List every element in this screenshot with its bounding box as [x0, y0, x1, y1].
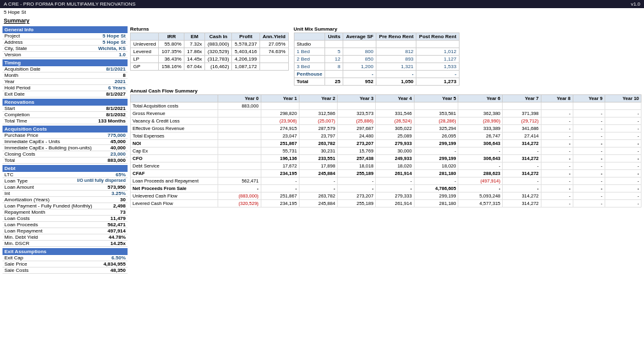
cf-row-cell: - — [573, 170, 605, 178]
cf-row-cell: 371,398 — [503, 110, 541, 118]
cf-row-cell: 288,623 — [458, 170, 503, 178]
um-2bed-units: 12 — [325, 56, 343, 63]
field-reno-completion: Completion 8/1/2032 — [3, 112, 128, 118]
cf-row-cell: - — [541, 140, 573, 148]
um-total: Total — [294, 78, 325, 86]
cf-row-cell: 362,380 — [458, 110, 503, 118]
cf-row-cell: - — [605, 192, 641, 200]
field-reno-total-time: Total Time 133 Months — [3, 118, 128, 124]
table-row: Vacancy & Credit Loss(23,906)(25,007)(25… — [131, 118, 641, 125]
cf-row-cell: (28,990) — [458, 118, 503, 125]
table-row: Unlevered 55.80% 7.32x (883,000) 5,578,2… — [131, 41, 289, 48]
cf-row-cell: 245,884 — [299, 200, 337, 208]
cf-row-cell: - — [541, 132, 573, 140]
cashflow-title: Annual Cash Flow Summary — [130, 88, 641, 94]
cf-row-cell: - — [541, 185, 573, 192]
cf-row-cell: - — [605, 200, 641, 208]
cashflow-table: Year 0 Year 1 Year 2 Year 3 Year 4 Year … — [130, 94, 641, 208]
field-loan-payment: Loan Payment - Fully Funded (Monthly) 2,… — [3, 203, 128, 209]
cf-row-cell: (23,906) — [261, 118, 299, 125]
cf-col-y9: Year 9 — [573, 95, 605, 102]
cf-row-cell: 25,089 — [376, 132, 414, 140]
returns-col-cashin: Cash In — [205, 33, 232, 41]
cf-row-cell — [218, 110, 261, 118]
field-city-state: City, State Wichita, KS — [3, 46, 128, 52]
table-row: NOI251,867263,782273,207279,933299,19930… — [131, 140, 641, 148]
field-loan-amount: Loan Amount 573,950 — [3, 184, 128, 191]
cell-unlevered-em: 7.32x — [184, 41, 205, 48]
um-total-post: 1,273 — [416, 78, 460, 86]
exit-assumptions-header: Exit Assumptions — [3, 248, 128, 255]
um-col-post: Post Reno Rent — [416, 33, 460, 41]
cf-row-cell: (883,000) — [218, 192, 261, 200]
field-repayment-month: Repayment Month 73 — [3, 209, 128, 216]
cf-row-cell: 299,199 — [414, 155, 458, 162]
table-row: Loan Proceeds and Repayment562,471-----(… — [131, 178, 641, 185]
cf-row-cell — [458, 102, 503, 110]
table-row: LP 36.43% 14.45x (312,783) 4,206,199 — [131, 56, 289, 63]
cf-col-y0: Year 0 — [218, 95, 261, 102]
returns-col-label — [131, 33, 159, 41]
cf-row-cell: 314,272 — [503, 200, 541, 208]
cf-row-cell: - — [605, 118, 641, 125]
um-1bed-pre: 812 — [376, 48, 416, 56]
cf-row-cell: - — [299, 178, 337, 185]
cf-row-cell: 281,180 — [414, 170, 458, 178]
cf-row-cell: 562,471 — [218, 178, 261, 185]
cf-col-y1: Year 1 — [261, 95, 299, 102]
um-3bed-post: 1,533 — [416, 63, 460, 71]
cell-unlevered-profit: 5,578,237 — [232, 41, 260, 48]
cf-row-cell: 249,933 — [376, 155, 414, 162]
cf-row-cell: 279,933 — [376, 140, 414, 148]
field-min-debt-yield: Min. Debt Yield 44.78% — [3, 234, 128, 241]
um-total-sf: 952 — [343, 78, 376, 86]
cell-lp-profit: 4,206,199 — [232, 56, 260, 63]
cell-gp-profit: 1,087,172 — [232, 63, 260, 71]
cf-row-cell: - — [338, 185, 376, 192]
cf-row-cell: - — [458, 162, 503, 170]
cell-gp-cashin: (16,462) — [205, 63, 232, 71]
cf-row-cell: 18,020 — [414, 162, 458, 170]
cf-col-y6: Year 6 — [458, 95, 503, 102]
um-2bed-post: 1,127 — [416, 56, 460, 63]
table-row: 2 Bed 12 850 893 1,127 — [294, 56, 459, 63]
debt-section: Debt LTC 65% Loan Type I/O until fully d… — [3, 165, 128, 247]
cf-row-cell — [218, 125, 261, 132]
cf-col-y10: Year 10 — [605, 95, 641, 102]
cell-unlevered-label: Unlevered — [131, 41, 159, 48]
subtitle: 5 Hope St — [0, 8, 644, 16]
um-studio-pre — [376, 41, 416, 48]
table-row: Gross Revenue298,820312,586323,573331,54… — [131, 110, 641, 118]
cf-row-cell: 18,020 — [376, 162, 414, 170]
um-3bed-units: 8 — [325, 63, 343, 71]
table-row: Unlevered Cash Flow(883,000)251,867263,7… — [131, 192, 641, 200]
acquisition-costs-section: Acquisition Costs Purchase Price 775,000… — [3, 126, 128, 164]
cf-row-cell: 233,551 — [299, 155, 337, 162]
cf-col-y3: Year 3 — [338, 95, 376, 102]
um-col-pre: Pre Reno Rent — [376, 33, 416, 41]
cf-row-cell: (497,914) — [458, 178, 503, 185]
um-3bed-sf: 1,200 — [343, 63, 376, 71]
cell-levered-cashin: (320,529) — [205, 48, 232, 56]
field-loan-repayment: Loan Repayment 497,914 — [3, 228, 128, 234]
cf-row-cell: 306,643 — [458, 140, 503, 148]
table-row: Net Proceeds From Sale-----4,786,605----… — [131, 185, 641, 192]
cf-row-cell: 353,581 — [414, 110, 458, 118]
cf-row-label: Net Proceeds From Sale — [131, 185, 218, 192]
cf-row-cell: - — [573, 178, 605, 185]
cf-row-cell: - — [605, 185, 641, 192]
cf-row-cell: 281,180 — [414, 200, 458, 208]
cf-row-cell: 883,000 — [218, 102, 261, 110]
cf-row-cell — [261, 102, 299, 110]
cf-row-cell — [218, 118, 261, 125]
cf-row-cell: - — [541, 118, 573, 125]
cf-row-cell: 306,643 — [458, 155, 503, 162]
cf-row-cell: - — [414, 148, 458, 155]
cf-row-cell: 15,769 — [338, 148, 376, 155]
cf-row-cell: - — [338, 178, 376, 185]
field-loan-type: Loan Type I/O until fully dispersed — [3, 178, 128, 184]
cf-row-cell: 314,272 — [503, 192, 541, 200]
cell-gp-em: 67.04x — [184, 63, 205, 71]
cf-row-cell: - — [573, 132, 605, 140]
cf-row-cell — [573, 102, 605, 110]
